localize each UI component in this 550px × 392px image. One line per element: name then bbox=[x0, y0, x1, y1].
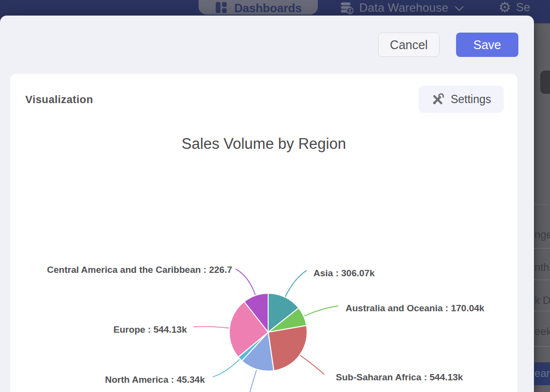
pie-leader-line bbox=[285, 270, 307, 297]
pie-label: Central America and the Caribbean : 226.… bbox=[47, 265, 232, 275]
pie-leader-line bbox=[300, 356, 324, 374]
pie-leader-line bbox=[249, 370, 257, 392]
pie-slice-sub-saharan-africa[interactable] bbox=[268, 325, 307, 371]
pie-leader-line bbox=[304, 306, 338, 316]
pie-leader-line bbox=[236, 269, 256, 295]
sales-pie-chart: Asia : 306.07kAustralia and Oceania : 17… bbox=[0, 0, 550, 392]
pie-leader-line bbox=[213, 359, 239, 377]
pie-leader-line bbox=[194, 326, 229, 328]
pie-label: Europe : 544.13k bbox=[113, 324, 187, 335]
pie-label: Australia and Oceania : 170.04k bbox=[346, 303, 485, 313]
pie-label: Asia : 306.07k bbox=[313, 268, 375, 278]
pie-label: North America : 45.34k bbox=[105, 374, 205, 385]
pie-label: Sub-Saharan Africa : 544.13k bbox=[336, 372, 463, 382]
